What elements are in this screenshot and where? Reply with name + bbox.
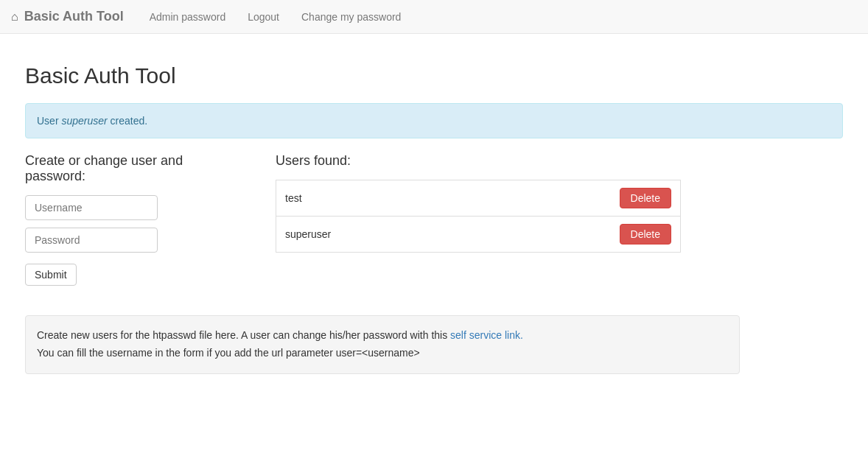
table-row: superuserDelete [276, 217, 681, 253]
form-section: Create or change user and password: Subm… [25, 153, 246, 286]
alert-info: User superuser created. [25, 103, 843, 138]
user-name-cell: superuser [276, 217, 611, 253]
navbar-link-change-password[interactable]: Change my password [290, 1, 412, 32]
info-line2: You can fill the username in the form if… [37, 345, 728, 362]
info-line1: Create new users for the htpasswd file h… [37, 327, 728, 345]
user-name-cell: test [276, 180, 611, 217]
page-title: Basic Auth Tool [25, 63, 843, 88]
navbar: ⌂ Basic Auth Tool Admin password Logout … [0, 0, 868, 34]
navbar-links: Admin password Logout Change my password [139, 1, 413, 32]
info-self-service-link[interactable]: self service link. [450, 329, 523, 341]
main-container: Basic Auth Tool User superuser created. … [14, 34, 854, 389]
info-box: Create new users for the htpasswd file h… [25, 315, 740, 374]
form-section-title: Create or change user and password: [25, 153, 246, 184]
delete-cell: Delete [611, 180, 681, 217]
alert-username: superuser [61, 115, 107, 127]
alert-suffix: created. [108, 115, 147, 127]
password-group [25, 228, 246, 253]
submit-button[interactable]: Submit [25, 264, 77, 286]
username-input[interactable] [25, 195, 158, 220]
delete-button[interactable]: Delete [620, 188, 671, 208]
navbar-brand-text: Basic Auth Tool [24, 9, 124, 24]
alert-prefix: User [37, 115, 61, 127]
two-col-layout: Create or change user and password: Subm… [25, 153, 843, 286]
navbar-item-change-password: Change my password [290, 1, 412, 32]
username-group [25, 195, 246, 220]
delete-button[interactable]: Delete [620, 224, 671, 244]
navbar-brand[interactable]: ⌂ Basic Auth Tool [11, 9, 124, 24]
navbar-item-admin: Admin password [139, 1, 237, 32]
info-line1-prefix: Create new users for the htpasswd file h… [37, 329, 450, 341]
table-row: testDelete [276, 180, 681, 217]
password-input[interactable] [25, 228, 158, 253]
navbar-link-logout[interactable]: Logout [237, 1, 290, 32]
users-section: Users found: testDeletesuperuserDelete [276, 153, 843, 286]
navbar-link-admin-password[interactable]: Admin password [139, 1, 237, 32]
home-icon: ⌂ [11, 10, 18, 24]
delete-cell: Delete [611, 217, 681, 253]
navbar-item-logout: Logout [237, 1, 290, 32]
users-table: testDeletesuperuserDelete [276, 180, 681, 253]
users-section-title: Users found: [276, 153, 843, 169]
